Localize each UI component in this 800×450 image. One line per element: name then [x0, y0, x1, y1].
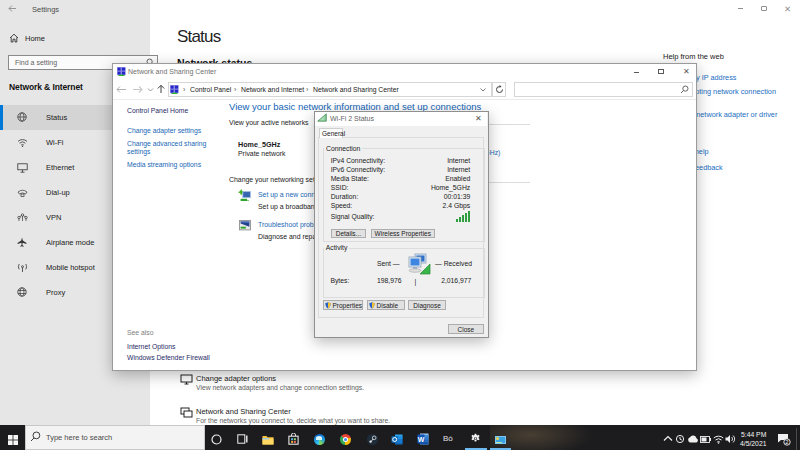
svg-text:W: W [417, 436, 424, 443]
